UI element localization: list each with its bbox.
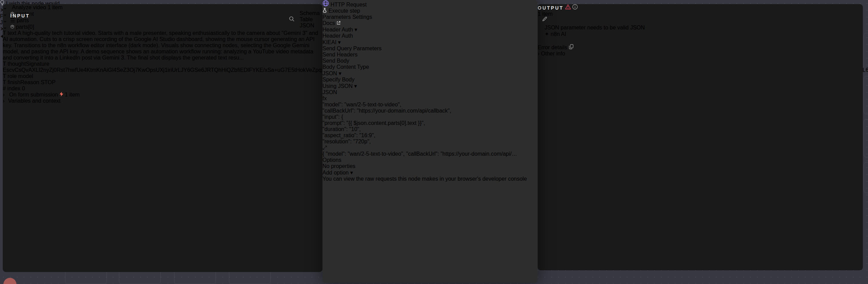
node-details-panel: HTTP Request Execute step Parameters Set… xyxy=(322,0,538,283)
send-body-label: Send Body xyxy=(322,58,538,64)
n8n-canvas: INPUT Schema Table JSON ⌄ Analyze video … xyxy=(0,0,868,284)
execute-step-label: Execute step xyxy=(328,8,360,14)
body-content-type-value: JSON xyxy=(322,70,337,76)
tab-json[interactable]: JSON xyxy=(299,23,320,29)
node-label: Analyze video xyxy=(12,4,46,10)
chevron-down-icon[interactable]: ⌄ xyxy=(3,4,7,10)
field-name: role xyxy=(8,73,17,79)
other-info-expander[interactable]: › Other info xyxy=(538,51,863,57)
execute-step-button[interactable]: Execute step xyxy=(322,8,538,14)
expression-fx-badge: fx xyxy=(322,95,538,102)
code-line-expression: "prompt": "{{ $json.content.parts[0].tex… xyxy=(322,120,538,126)
tab-schema[interactable]: Schema xyxy=(299,10,320,16)
tree-node-form-submission[interactable]: › On form submission 1 item xyxy=(3,92,322,98)
specify-body-label: Specify Body xyxy=(322,77,538,83)
string-type-icon: T xyxy=(3,79,6,85)
authentication-value: Header Auth xyxy=(322,27,353,33)
schema-tree: ⌄ Analyze video 1 item ⌄ content ⌄ ☰ par… xyxy=(3,4,322,104)
code-line: "input": { xyxy=(322,114,538,120)
error-card: JSON parameter needs to be valid JSON ✦ … xyxy=(538,17,863,44)
string-type-icon: T xyxy=(3,30,6,36)
tree-node-parts[interactable]: ⌄ ☰ parts xyxy=(3,17,322,24)
tree-field-thought-signature[interactable]: T thoughtSignature EscvCsQvAXLI2nyZj0Rst… xyxy=(3,61,322,73)
canvas-node-outline xyxy=(864,33,868,71)
expression-highlight: {{ $json.content.parts[0].text }} xyxy=(349,120,421,126)
edit-credential-pencil-icon[interactable] xyxy=(542,16,547,23)
node-title: HTTP Request xyxy=(330,2,367,8)
chevron-right-icon: › xyxy=(538,51,539,56)
chevron-down-icon[interactable]: ⌄ xyxy=(3,17,7,23)
field-name: text xyxy=(8,30,16,36)
tree-node-content[interactable]: ⌄ content xyxy=(3,11,322,17)
chevron-down-icon: ▾ xyxy=(338,39,341,45)
docs-link[interactable]: Docs xyxy=(322,20,538,26)
string-type-icon: T xyxy=(3,73,6,79)
chevron-down-icon[interactable]: ⌄ xyxy=(3,24,7,30)
code-line: "aspect_ratio": "16:9", xyxy=(322,132,538,139)
json-code-editor[interactable]: fx "model": "wan/2-5-text-to-video", "ca… xyxy=(322,95,538,151)
code-line: "resolution": "720p", xyxy=(322,139,538,145)
search-icon[interactable] xyxy=(289,16,295,23)
output-panel: OUTPUT 1 item JSON parameter needs to be… xyxy=(538,4,863,270)
canvas-node-outline xyxy=(864,119,868,157)
canvas-node-outline xyxy=(864,76,868,114)
field-value: A high-quality tech tutorial video. Star… xyxy=(3,30,318,61)
n8n-ai-label: n8n AI xyxy=(551,31,566,37)
tab-settings[interactable]: Settings xyxy=(352,14,372,20)
sparkles-icon: ✦ xyxy=(545,31,549,37)
n8n-ai-button[interactable]: ✦ n8n AI xyxy=(545,31,856,37)
flask-icon xyxy=(322,8,328,14)
raw-requests-notice: You can view the raw requests this node … xyxy=(322,176,538,182)
tree-node-analyze-video[interactable]: ⌄ Analyze video 1 item xyxy=(3,4,322,11)
copy-icon[interactable] xyxy=(569,44,574,50)
chevron-right-icon[interactable]: › xyxy=(3,92,4,98)
field-value: model xyxy=(18,73,33,79)
expression-preview: { "model": "wan/2-5-text-to-video", "cal… xyxy=(322,151,538,157)
string-type-icon: T xyxy=(3,61,6,67)
field-value: STOP xyxy=(41,79,56,85)
object-icon xyxy=(10,24,16,30)
docs-label: Docs xyxy=(322,20,335,26)
node-header: HTTP Request Execute step xyxy=(322,0,538,14)
specify-body-select[interactable]: Using JSON ▾ xyxy=(322,83,538,89)
tree-field-finish-reason[interactable]: T finishReason STOP xyxy=(3,79,322,86)
tree-field-index[interactable]: # index 0 xyxy=(3,86,322,92)
json-code: "model": "wan/2-5-text-to-video", "callB… xyxy=(322,102,538,145)
tab-parameters[interactable]: Parameters xyxy=(322,14,351,20)
tab-table[interactable]: Table xyxy=(299,16,320,23)
input-panel: INPUT Schema Table JSON ⌄ Analyze video … xyxy=(3,4,322,272)
specify-body-value: Using JSON xyxy=(322,83,353,89)
info-circle-icon[interactable] xyxy=(572,5,578,11)
chevron-down-icon[interactable]: ⌄ xyxy=(3,11,7,17)
body-content-type-label: Body Content Type xyxy=(322,64,538,70)
chevron-down-icon: ▾ xyxy=(350,170,353,176)
error-details-title: Error details xyxy=(538,44,567,50)
credential-value: KIEAI xyxy=(322,39,337,45)
body-content-type-select[interactable]: JSON ▾ xyxy=(322,70,538,77)
add-option-label: Add option xyxy=(322,170,349,176)
code-line: "duration": "10", xyxy=(322,126,538,132)
add-option-button[interactable]: Add option ▾ xyxy=(322,169,538,176)
input-panel-title: INPUT xyxy=(10,13,30,18)
authentication-select[interactable]: Header Auth ▾ xyxy=(322,26,538,33)
node-tabs: Parameters Settings xyxy=(322,14,538,20)
credential-select[interactable]: KIEAI ▾ xyxy=(322,39,538,46)
chevron-right-icon[interactable]: › xyxy=(3,98,4,104)
item-count: 1 item xyxy=(48,4,63,10)
tree-node-variables-context[interactable]: › Variables and context xyxy=(3,98,322,104)
chevron-down-icon: ▾ xyxy=(354,27,357,33)
display-mode-tabs: Schema Table JSON xyxy=(299,10,320,29)
trigger-bolt-icon xyxy=(60,92,65,98)
error-message: JSON parameter needs to be valid JSON xyxy=(545,25,856,31)
output-panel-title: OUTPUT xyxy=(538,5,564,11)
tree-field-text[interactable]: T text A high-quality tech tutorial vide… xyxy=(3,30,322,61)
tree-field-role[interactable]: T role model xyxy=(3,73,322,79)
code-line: "callBackUrl": "https://your-domain.com/… xyxy=(322,108,538,114)
editor-expand-icon[interactable]: ⤢ xyxy=(322,145,538,151)
options-label: Options xyxy=(322,157,538,163)
canvas-node-outline xyxy=(864,162,868,193)
tree-node-parts0[interactable]: ⌄ parts[0] xyxy=(3,24,322,30)
number-type-icon: # xyxy=(3,86,6,91)
other-info-label: Other info xyxy=(541,51,565,56)
field-name: index xyxy=(7,86,20,91)
